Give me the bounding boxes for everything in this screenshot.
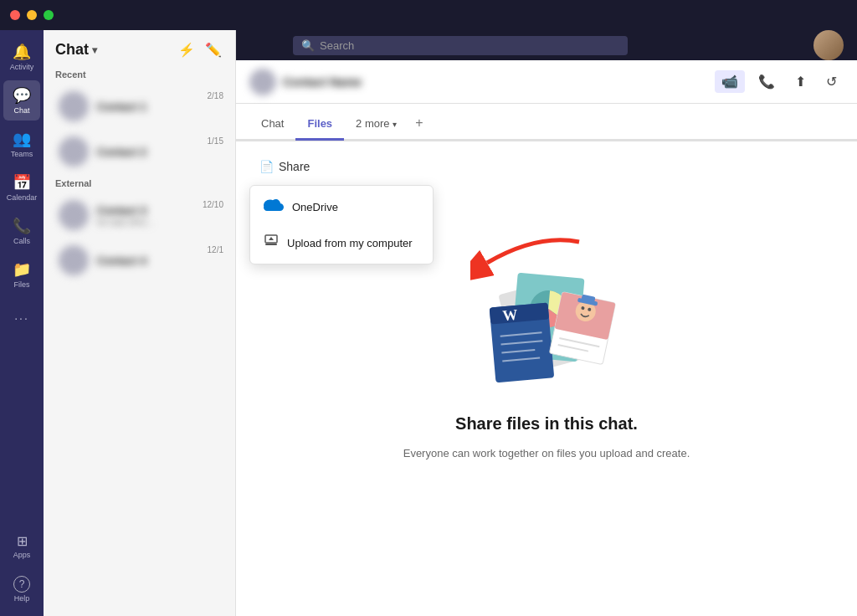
sidebar-label-files: Files [13,280,29,289]
chat-info: Contact 1 [97,100,220,113]
sidebar: 🔔 Activity 💬 Chat 👥 Teams 📅 Calendar 📞 C… [0,30,44,616]
search-input[interactable] [320,39,619,52]
sidebar-item-activity[interactable]: 🔔 Activity [3,37,40,77]
chat-list-actions: ⚡ ✏️ [177,40,223,59]
minimize-button[interactable] [27,10,37,20]
screen-share-icon: ⬆ [795,74,806,89]
avatar [59,136,89,167]
list-item[interactable]: Contact 3 he was drivi... 12/10 [47,193,232,237]
sidebar-item-files[interactable]: 📁 Files [3,254,40,295]
avatar [249,69,276,95]
chat-info: Contact 4 [97,254,220,267]
audio-call-button[interactable]: 📞 [752,70,782,93]
phone-icon: 📞 [758,74,775,89]
user-avatar[interactable] [813,30,844,60]
chat-date: 1/15 [208,136,223,146]
chat-name: Contact 4 [97,254,220,267]
tabs-bar: Chat Files 2 more ▾ + [236,104,857,141]
refresh-button[interactable]: ↺ [819,70,844,93]
topbar: 🔍 [236,30,857,60]
tab-files[interactable]: Files [295,109,344,141]
share-doc-icon: 📄 [259,160,274,173]
more-icon: ··· [14,311,29,325]
sidebar-item-help[interactable]: ? Help [3,569,40,609]
chat-header-name: Contact Name [283,75,708,89]
chat-name: Contact 2 [97,146,220,158]
files-illustration: W [463,259,630,401]
upload-computer-option[interactable]: Upload from my computer [250,225,433,260]
chat-list-header: Chat ▾ ⚡ ✏️ [44,30,235,66]
sidebar-item-teams[interactable]: 👥 Teams [3,124,40,164]
list-item[interactable]: Contact 2 1/15 [47,130,232,173]
avatar [59,91,89,121]
chat-header: Contact Name 📹 📞 ⬆ ↺ [236,60,857,104]
new-chat-button[interactable]: ✏️ [203,40,223,59]
chat-date: 12/1 [208,245,223,254]
svg-text:W: W [502,306,519,324]
sidebar-item-apps[interactable]: ⊞ Apps [3,526,40,566]
section-label-recent: Recent [44,66,235,83]
chat-date: 12/10 [203,200,223,209]
chat-list-panel: Chat ▾ ⚡ ✏️ Recent Contact 1 2/18 [44,30,236,616]
onedrive-label: OneDrive [292,201,338,213]
tab-chat[interactable]: Chat [249,109,295,141]
chat-icon: 💬 [13,86,31,105]
tab-more[interactable]: 2 more ▾ [344,109,408,141]
empty-state-subtitle: Everyone can work together on files you … [403,447,690,459]
onedrive-icon [264,198,284,217]
sidebar-label-activity: Activity [10,63,34,71]
chat-area-header: Contact Name 📹 📞 ⬆ ↺ C [236,60,857,141]
sidebar-item-calls[interactable]: 📞 Calls [3,211,40,251]
sidebar-item-chat[interactable]: 💬 Chat [3,80,40,121]
filter-button[interactable]: ⚡ [177,40,197,59]
share-screen-button[interactable]: ⬆ [788,70,813,93]
tab-more-label: 2 more [356,117,389,130]
calls-icon: 📞 [13,217,31,235]
onedrive-option[interactable]: OneDrive [250,189,433,225]
svg-marker-2 [269,237,274,240]
sidebar-item-calendar[interactable]: 📅 Calendar [3,167,40,208]
chat-name: Contact 3 [97,204,220,217]
section-label-external: External [44,175,235,192]
tab-add-button[interactable]: + [408,107,429,139]
chat-info: Contact 3 he was drivi... [97,204,220,227]
apps-icon: ⊞ [17,533,28,549]
maximize-button[interactable] [44,10,54,20]
svg-rect-0 [265,244,277,245]
sidebar-label-calls: Calls [13,237,30,245]
search-box[interactable]: 🔍 [293,36,628,55]
chat-name: Contact 1 [97,100,220,113]
share-label: Share [279,160,310,173]
header-actions: 📹 📞 ⬆ ↺ [715,70,844,93]
files-icon: 📁 [13,260,31,279]
empty-state: W [403,259,690,459]
video-call-button[interactable]: 📹 [715,70,745,93]
activity-icon: 🔔 [13,43,31,61]
list-item[interactable]: Contact 4 12/1 [47,239,232,282]
sidebar-label-help: Help [14,594,30,603]
chat-list-title: Chat ▾ [55,41,97,59]
sidebar-item-more[interactable]: ··· [3,298,40,338]
teams-icon: 👥 [13,130,31,148]
close-button[interactable] [10,10,20,20]
list-item[interactable]: Contact 1 2/18 [47,85,232,128]
refresh-icon: ↺ [826,74,837,89]
chat-list-items: Contact 1 2/18 Contact 2 1/15 External [44,83,235,616]
chat-info: Contact 2 [97,146,220,158]
video-icon: 📹 [721,74,738,89]
search-icon: 🔍 [301,39,315,52]
upload-label: Upload from my computer [287,237,413,249]
chat-title-text: Chat [55,41,89,59]
sidebar-label-calendar: Calendar [7,193,38,202]
chat-preview: he was drivi... [97,217,220,227]
titlebar [0,0,857,30]
chat-date: 2/18 [208,91,223,100]
share-dropdown-menu: OneDrive Upload from my computer [249,185,434,264]
upload-icon [264,234,279,252]
share-area: 📄 Share OneDrive [249,155,320,178]
sidebar-label-chat: Chat [13,106,29,115]
sidebar-label-apps: Apps [13,551,31,559]
app-layout: 🔔 Activity 💬 Chat 👥 Teams 📅 Calendar 📞 C… [0,30,857,616]
share-button[interactable]: 📄 Share [249,155,320,178]
sidebar-label-teams: Teams [11,150,33,158]
